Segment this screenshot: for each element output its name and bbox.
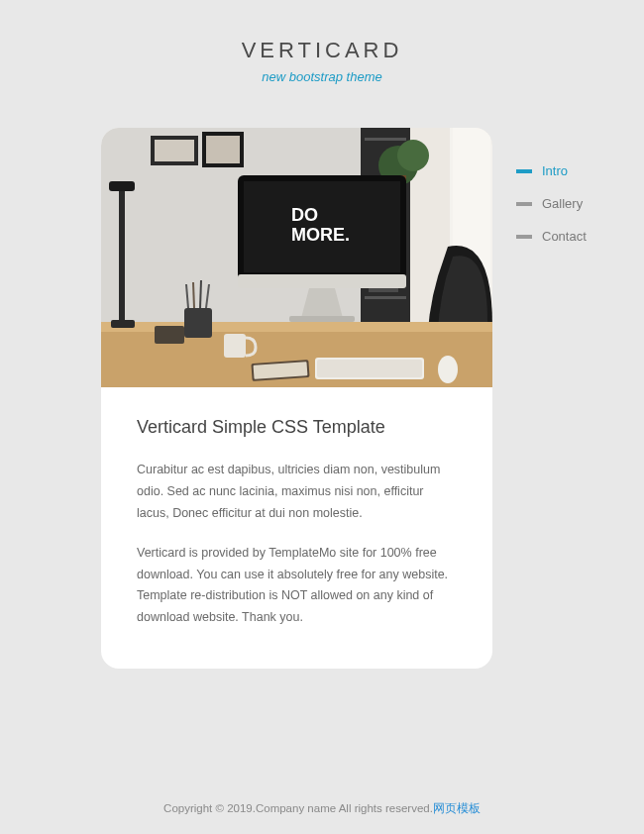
nav-label: Intro (542, 163, 568, 178)
monitor-text-line1: DO (291, 205, 318, 225)
svg-rect-5 (365, 138, 406, 141)
page-subtitle: new bootstrap theme (0, 69, 644, 84)
nav-label: Contact (542, 229, 587, 244)
nav-item-contact[interactable]: Contact (516, 229, 625, 244)
card-paragraph: Curabitur ac est dapibus, ultricies diam… (137, 460, 457, 525)
svg-rect-35 (155, 326, 184, 344)
svg-rect-18 (155, 140, 194, 161)
card-paragraph: Verticard is provided by TemplateMo site… (137, 543, 457, 630)
nav-item-gallery[interactable]: Gallery (516, 196, 625, 211)
svg-rect-20 (206, 136, 240, 163)
side-nav: Intro Gallery Contact (516, 163, 625, 261)
svg-rect-27 (119, 187, 125, 322)
footer-copyright: Copyright © 2019.Company name All rights… (163, 802, 433, 814)
svg-point-41 (438, 356, 458, 383)
svg-rect-9 (365, 296, 406, 299)
nav-label: Gallery (542, 196, 583, 211)
nav-item-intro[interactable]: Intro (516, 163, 625, 178)
svg-line-32 (193, 282, 194, 308)
svg-rect-40 (317, 360, 422, 377)
page-title: VERTICARD (0, 38, 644, 63)
svg-rect-36 (224, 334, 246, 358)
intro-card: DO MORE. (101, 128, 492, 669)
svg-rect-30 (184, 308, 212, 338)
hero-image: DO MORE. (101, 128, 492, 387)
dash-icon (516, 235, 532, 239)
monitor-text-line2: MORE. (291, 225, 350, 245)
svg-rect-29 (111, 320, 135, 328)
svg-rect-28 (109, 181, 135, 191)
footer: Copyright © 2019.Company name All rights… (0, 801, 644, 816)
svg-rect-23 (238, 274, 406, 288)
dash-icon (516, 169, 532, 173)
footer-link[interactable]: 网页模板 (433, 802, 481, 814)
page-header: VERTICARD new bootstrap theme (0, 0, 644, 104)
svg-point-11 (397, 140, 429, 171)
content-row: DO MORE. (0, 104, 644, 669)
card-heading: Verticard Simple CSS Template (137, 417, 457, 438)
svg-line-33 (200, 280, 201, 308)
card-body: Verticard Simple CSS Template Curabitur … (101, 387, 492, 669)
dash-icon (516, 202, 532, 206)
svg-rect-24 (289, 316, 355, 322)
